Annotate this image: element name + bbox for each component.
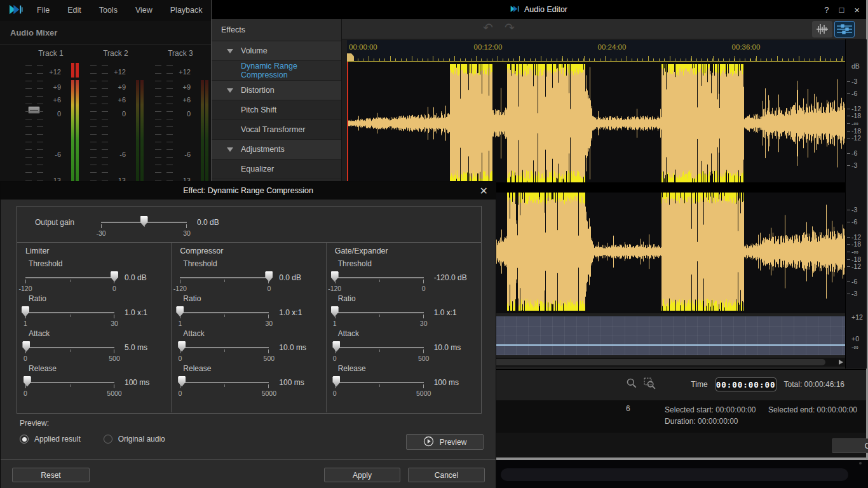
db-tick [847, 294, 850, 294]
slider-handle[interactable] [178, 376, 186, 387]
slider-handle[interactable] [22, 306, 29, 317]
slider-max-label: 5000 [416, 390, 431, 397]
slider-handle[interactable] [331, 306, 339, 317]
db-scale-label: -12 [851, 233, 861, 241]
slider-handle[interactable] [111, 271, 118, 282]
radio-selected-icon[interactable] [20, 435, 29, 444]
menu-item-view[interactable]: View [126, 0, 161, 21]
redo-icon[interactable]: ↷ [505, 20, 515, 35]
effect-item-equalizer[interactable]: Equalizer [212, 159, 341, 179]
dialog-close-icon[interactable]: ✕ [480, 182, 488, 200]
effect-item-vocal-transformer[interactable]: Vocal Transformer [212, 120, 341, 140]
section-name: Gate/Expander [335, 247, 481, 259]
radio-unselected-icon[interactable] [104, 435, 112, 444]
slider-track[interactable] [25, 271, 114, 285]
slider-handle[interactable] [332, 341, 340, 352]
slider-track[interactable] [180, 271, 269, 285]
mixer-view-button[interactable] [834, 21, 855, 37]
db-scale-label: -3 [851, 206, 857, 214]
playhead-flag-marker[interactable] [347, 53, 354, 61]
slider-track[interactable] [335, 306, 424, 320]
close-button[interactable]: × [854, 4, 860, 15]
play-icon [423, 436, 434, 449]
slider-tick-mid [379, 315, 380, 317]
fader-handle[interactable] [28, 106, 40, 114]
slider-track[interactable] [180, 376, 269, 390]
slider-handle[interactable] [24, 376, 31, 387]
effects-category-volume[interactable]: Volume [212, 41, 341, 61]
slider-handle[interactable] [332, 376, 340, 387]
slider-track[interactable] [335, 376, 424, 390]
db-scale-label: -18 [851, 127, 861, 135]
ok-button[interactable]: OK [832, 438, 868, 453]
slider-tick-max [114, 384, 114, 388]
slider-track[interactable] [25, 306, 114, 320]
slider-track[interactable] [180, 341, 269, 355]
slider-tick-mid [70, 349, 71, 352]
slider-track[interactable] [335, 271, 424, 285]
effect-item-dynamic-range-compression[interactable]: Dynamic Range Compression [212, 61, 341, 81]
db-scale-label: -3 [851, 78, 857, 85]
slider-handle[interactable] [22, 341, 30, 352]
slider-track[interactable] [25, 376, 114, 390]
slider-min-label: 1 [333, 320, 337, 327]
db-tick [847, 138, 850, 139]
db-scale-panel: dB-3-6-12-18-∞-18-12-6-3-3-6-12-18-∞-18-… [845, 39, 867, 369]
slider-track[interactable] [101, 215, 187, 229]
effects-category-adjustments[interactable]: Adjustments [212, 140, 341, 159]
selected-start: Selected start: 00:00:00:00 [665, 405, 756, 414]
slider-handle[interactable] [331, 271, 339, 282]
slider-track[interactable] [25, 341, 114, 355]
undo-icon[interactable]: ↶ [483, 20, 493, 35]
effect-item-pitch-shift[interactable]: Pitch Shift [212, 100, 341, 120]
effect-label: Equalizer [241, 165, 274, 173]
radio-option-applied-result[interactable]: Applied result [20, 435, 81, 444]
fader-ticks-left [90, 65, 97, 181]
db-tick [847, 123, 850, 124]
slider-track[interactable] [180, 306, 269, 320]
slider-tick-max [268, 315, 269, 318]
vu-meter [201, 80, 208, 184]
apply-button[interactable]: Apply [324, 468, 400, 482]
slider-group-attack: Attack10.0 ms0500 [180, 329, 315, 364]
editor-toolbar: ↶ ↷ [342, 19, 866, 39]
fader-scale-label: -6 [42, 151, 61, 158]
slider-handle[interactable] [178, 341, 186, 352]
preview-section: Preview: Applied resultOriginal audio Pr… [20, 419, 484, 444]
db-scale-label: -6 [851, 278, 857, 285]
slider-min-label: 0 [178, 390, 182, 397]
chevron-down-icon [227, 88, 233, 93]
radio-option-original-audio[interactable]: Original audio [104, 435, 165, 444]
time-field[interactable]: 00:00:00:00 [715, 377, 776, 391]
menu-item-playback[interactable]: Playback [161, 0, 212, 21]
slider-handle[interactable] [176, 306, 184, 317]
db-scale-label: -18 [851, 112, 861, 119]
reset-button[interactable]: Reset [12, 468, 90, 482]
help-button[interactable]: ? [824, 5, 829, 15]
time-label: Time [691, 380, 707, 389]
zoom-icon[interactable] [626, 377, 637, 391]
maximize-button[interactable]: □ [839, 5, 844, 15]
track-label: Track 3 [147, 49, 214, 60]
dialog-cancel-button[interactable]: Cancel [408, 468, 485, 482]
zoom-selection-icon[interactable] [644, 377, 656, 391]
slider-value: 100 ms [125, 378, 149, 387]
timeline-ruler[interactable]: 00:00:0000:12:0000:24:0000:36:00 [347, 40, 845, 62]
fader-scale-label: +12 [42, 68, 61, 76]
waveform-view-button[interactable] [812, 21, 832, 37]
slider-track[interactable] [335, 341, 424, 355]
preview-button[interactable]: Preview [406, 434, 484, 450]
slider-tick-mid [224, 349, 225, 352]
scrollbar-right-arrow[interactable] [839, 360, 843, 365]
slider-handle[interactable] [140, 216, 148, 227]
track-label: Track 1 [18, 49, 84, 60]
effects-category-distortion[interactable]: Distortion [212, 81, 341, 100]
menu-item-edit[interactable]: Edit [58, 0, 90, 21]
slider-value: 5.0 ms [125, 343, 147, 352]
slider-handle[interactable] [265, 271, 273, 282]
app-logo-icon [9, 3, 23, 18]
fader-ticks-left [155, 65, 161, 181]
menu-item-file[interactable]: File [28, 0, 58, 21]
menu-item-tools[interactable]: Tools [90, 0, 126, 21]
slider-label: Attack [180, 329, 315, 340]
